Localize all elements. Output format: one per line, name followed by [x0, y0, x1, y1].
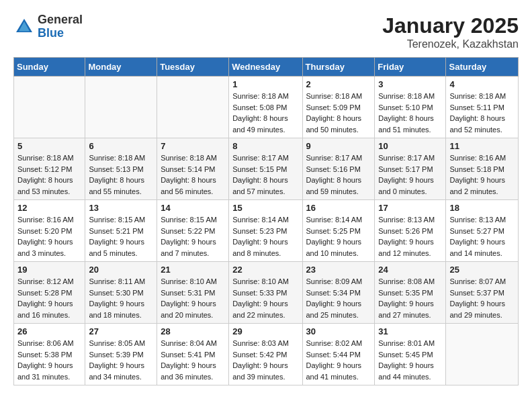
day-info: Sunrise: 8:16 AMSunset: 5:18 PMDaylight:… [449, 152, 515, 197]
day-info: Sunrise: 8:13 AMSunset: 5:27 PMDaylight:… [449, 214, 515, 259]
day-number: 31 [378, 326, 442, 336]
day-number: 28 [161, 326, 225, 336]
day-number: 4 [449, 79, 515, 89]
day-number: 14 [161, 203, 225, 213]
day-info: Sunrise: 8:18 AMSunset: 5:14 PMDaylight:… [161, 152, 225, 197]
logo: General Blue [13, 13, 83, 40]
day-number: 25 [449, 265, 515, 275]
calendar-cell: 2Sunrise: 8:18 AMSunset: 5:09 PMDaylight… [302, 77, 375, 138]
calendar-week-row: 5Sunrise: 8:18 AMSunset: 5:12 PMDaylight… [14, 138, 519, 200]
day-info: Sunrise: 8:17 AMSunset: 5:15 PMDaylight:… [232, 152, 298, 197]
calendar-week-row: 1Sunrise: 8:18 AMSunset: 5:08 PMDaylight… [14, 77, 519, 138]
day-number: 16 [306, 203, 371, 213]
day-number: 3 [378, 79, 442, 89]
day-info: Sunrise: 8:18 AMSunset: 5:09 PMDaylight:… [306, 91, 371, 135]
calendar-cell: 26Sunrise: 8:06 AMSunset: 5:38 PMDayligh… [14, 324, 85, 385]
calendar-cell: 8Sunrise: 8:17 AMSunset: 5:15 PMDaylight… [229, 138, 302, 200]
calendar-cell: 11Sunrise: 8:16 AMSunset: 5:18 PMDayligh… [446, 138, 519, 200]
day-number: 29 [232, 326, 298, 336]
calendar-cell: 22Sunrise: 8:10 AMSunset: 5:33 PMDayligh… [229, 262, 302, 324]
day-info: Sunrise: 8:18 AMSunset: 5:13 PMDaylight:… [89, 152, 153, 197]
day-number: 10 [378, 141, 442, 151]
calendar-cell: 14Sunrise: 8:15 AMSunset: 5:22 PMDayligh… [157, 200, 229, 262]
day-number: 8 [232, 141, 298, 151]
day-number: 2 [306, 79, 371, 89]
day-number: 22 [232, 265, 298, 275]
day-info: Sunrise: 8:17 AMSunset: 5:16 PMDaylight:… [306, 152, 371, 197]
calendar-cell: 17Sunrise: 8:13 AMSunset: 5:26 PMDayligh… [375, 200, 446, 262]
logo-text: General Blue [38, 13, 83, 40]
calendar-week-row: 26Sunrise: 8:06 AMSunset: 5:38 PMDayligh… [14, 324, 519, 385]
day-number: 11 [449, 141, 515, 151]
day-info: Sunrise: 8:18 AMSunset: 5:11 PMDaylight:… [449, 91, 515, 135]
calendar-week-row: 19Sunrise: 8:12 AMSunset: 5:28 PMDayligh… [14, 262, 519, 324]
day-number: 15 [232, 203, 298, 213]
calendar-cell: 10Sunrise: 8:17 AMSunset: 5:17 PMDayligh… [375, 138, 446, 200]
calendar-cell: 24Sunrise: 8:08 AMSunset: 5:35 PMDayligh… [375, 262, 446, 324]
day-number: 19 [17, 265, 81, 275]
day-info: Sunrise: 8:18 AMSunset: 5:12 PMDaylight:… [17, 152, 81, 197]
calendar-cell: 27Sunrise: 8:05 AMSunset: 5:39 PMDayligh… [85, 324, 157, 385]
title-block: January 2025 Terenozek, Kazakhstan [382, 13, 519, 50]
calendar-cell: 28Sunrise: 8:04 AMSunset: 5:41 PMDayligh… [157, 324, 229, 385]
day-info: Sunrise: 8:05 AMSunset: 5:39 PMDaylight:… [89, 338, 153, 382]
day-info: Sunrise: 8:17 AMSunset: 5:17 PMDaylight:… [378, 152, 442, 197]
day-info: Sunrise: 8:06 AMSunset: 5:38 PMDaylight:… [17, 338, 81, 382]
weekday-header: Monday [85, 58, 157, 77]
day-info: Sunrise: 8:14 AMSunset: 5:23 PMDaylight:… [232, 214, 298, 259]
day-info: Sunrise: 8:11 AMSunset: 5:30 PMDaylight:… [89, 276, 153, 320]
day-number: 12 [17, 203, 81, 213]
day-info: Sunrise: 8:16 AMSunset: 5:20 PMDaylight:… [17, 214, 81, 259]
day-info: Sunrise: 8:15 AMSunset: 5:21 PMDaylight:… [89, 214, 153, 259]
calendar-cell: 15Sunrise: 8:14 AMSunset: 5:23 PMDayligh… [229, 200, 302, 262]
calendar-cell [446, 324, 519, 385]
logo-general: General [38, 13, 83, 27]
day-info: Sunrise: 8:10 AMSunset: 5:33 PMDaylight:… [232, 276, 298, 320]
weekday-header: Tuesday [157, 58, 229, 77]
weekday-header: Thursday [302, 58, 375, 77]
weekday-row: SundayMondayTuesdayWednesdayThursdayFrid… [14, 58, 519, 77]
day-info: Sunrise: 8:14 AMSunset: 5:25 PMDaylight:… [306, 214, 371, 259]
calendar-header: SundayMondayTuesdayWednesdayThursdayFrid… [14, 58, 519, 77]
day-info: Sunrise: 8:12 AMSunset: 5:28 PMDaylight:… [17, 276, 81, 320]
day-info: Sunrise: 8:01 AMSunset: 5:45 PMDaylight:… [378, 338, 442, 382]
month-title: January 2025 [382, 13, 519, 38]
day-info: Sunrise: 8:13 AMSunset: 5:26 PMDaylight:… [378, 214, 442, 259]
day-number: 9 [306, 141, 371, 151]
day-number: 27 [89, 326, 153, 336]
calendar-cell: 7Sunrise: 8:18 AMSunset: 5:14 PMDaylight… [157, 138, 229, 200]
day-number: 30 [306, 326, 371, 336]
calendar-cell: 4Sunrise: 8:18 AMSunset: 5:11 PMDaylight… [446, 77, 519, 138]
calendar-cell [85, 77, 157, 138]
day-info: Sunrise: 8:04 AMSunset: 5:41 PMDaylight:… [161, 338, 225, 382]
calendar-week-row: 12Sunrise: 8:16 AMSunset: 5:20 PMDayligh… [14, 200, 519, 262]
day-info: Sunrise: 8:09 AMSunset: 5:34 PMDaylight:… [306, 276, 371, 320]
day-info: Sunrise: 8:18 AMSunset: 5:08 PMDaylight:… [232, 91, 298, 135]
calendar-cell: 13Sunrise: 8:15 AMSunset: 5:21 PMDayligh… [85, 200, 157, 262]
calendar-cell: 9Sunrise: 8:17 AMSunset: 5:16 PMDaylight… [302, 138, 375, 200]
calendar-cell: 1Sunrise: 8:18 AMSunset: 5:08 PMDaylight… [229, 77, 302, 138]
calendar-cell: 25Sunrise: 8:07 AMSunset: 5:37 PMDayligh… [446, 262, 519, 324]
weekday-header: Wednesday [229, 58, 302, 77]
calendar-cell: 29Sunrise: 8:03 AMSunset: 5:42 PMDayligh… [229, 324, 302, 385]
day-number: 23 [306, 265, 371, 275]
day-number: 7 [161, 141, 225, 151]
location: Terenozek, Kazakhstan [382, 38, 519, 50]
day-number: 6 [89, 141, 153, 151]
calendar-cell: 21Sunrise: 8:10 AMSunset: 5:31 PMDayligh… [157, 262, 229, 324]
calendar-cell: 3Sunrise: 8:18 AMSunset: 5:10 PMDaylight… [375, 77, 446, 138]
logo-blue: Blue [38, 27, 83, 40]
calendar-body: 1Sunrise: 8:18 AMSunset: 5:08 PMDaylight… [14, 77, 519, 385]
calendar-cell [14, 77, 85, 138]
day-info: Sunrise: 8:18 AMSunset: 5:10 PMDaylight:… [378, 91, 442, 135]
calendar-cell: 18Sunrise: 8:13 AMSunset: 5:27 PMDayligh… [446, 200, 519, 262]
day-number: 26 [17, 326, 81, 336]
day-number: 24 [378, 265, 442, 275]
day-number: 13 [89, 203, 153, 213]
calendar-cell: 5Sunrise: 8:18 AMSunset: 5:12 PMDaylight… [14, 138, 85, 200]
calendar-cell: 23Sunrise: 8:09 AMSunset: 5:34 PMDayligh… [302, 262, 375, 324]
calendar-cell: 6Sunrise: 8:18 AMSunset: 5:13 PMDaylight… [85, 138, 157, 200]
calendar-cell: 30Sunrise: 8:02 AMSunset: 5:44 PMDayligh… [302, 324, 375, 385]
calendar-cell: 31Sunrise: 8:01 AMSunset: 5:45 PMDayligh… [375, 324, 446, 385]
weekday-header: Saturday [446, 58, 519, 77]
